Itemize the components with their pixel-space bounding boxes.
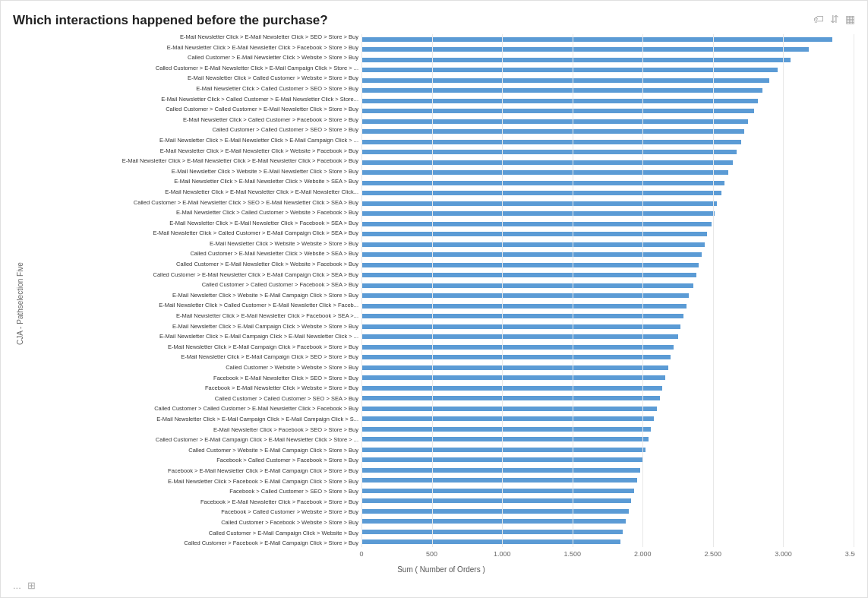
bar-row: [361, 34, 855, 45]
bar-label: Called Customer > Facebook > Website > S…: [27, 520, 358, 526]
grid-icon[interactable]: ⊞: [27, 580, 36, 591]
bar-row: [361, 116, 855, 127]
bar-row: [361, 394, 855, 404]
x-tick: 1.500: [563, 550, 581, 558]
bar-row: [361, 178, 855, 188]
bar-row: [361, 455, 855, 466]
bars-column: [361, 34, 855, 547]
bar-row: [361, 75, 855, 86]
ellipsis-icon[interactable]: ...: [13, 580, 21, 591]
bar-label: Facebook > Called Customer > SEO > Store…: [27, 489, 358, 495]
bar: [361, 222, 712, 226]
bar-row: [361, 445, 855, 455]
bar-label: Called Customer > E-Mail Newsletter Clic…: [27, 261, 358, 267]
chart-footer: ... ⊞: [13, 580, 855, 591]
bar: [361, 252, 702, 257]
bar-row: [361, 168, 855, 179]
bar: [361, 539, 620, 544]
bar: [361, 498, 631, 503]
bar: [361, 283, 693, 288]
bar-row: [361, 496, 855, 507]
bar: [361, 519, 626, 524]
bar: [361, 448, 645, 452]
bar-row: [361, 373, 855, 384]
bar-label: Facebook > E-Mail Newsletter Click > SEO…: [27, 375, 358, 381]
bar-label: Facebook > Called Customer > Facebook > …: [27, 457, 358, 464]
chart-body: CJA - Pathselection Five E-Mail Newslett…: [13, 34, 855, 574]
bar: [361, 314, 683, 318]
bar-row: [361, 271, 855, 281]
bar: [361, 170, 728, 175]
bar: [361, 37, 832, 42]
bar-label: E-Mail Newsletter Click > E-Mail Newslet…: [27, 220, 358, 226]
bar: [361, 273, 696, 277]
bar-label: E-Mail Newsletter Click > E-Mail Campaig…: [27, 344, 358, 350]
bar-label: E-Mail Newsletter Click > Called Custome…: [27, 117, 358, 123]
bar-label: E-Mail Newsletter Click > E-Mail Newslet…: [27, 148, 358, 154]
bar-row: [361, 106, 855, 117]
bar: [361, 263, 699, 267]
bar-row: [361, 506, 855, 517]
bar-label: Called Customer > E-Mail Newsletter Clic…: [27, 272, 358, 278]
bar-label: Called Customer > E-Mail Newsletter Clic…: [27, 65, 358, 71]
bar-label: E-Mail Newsletter Click > Facebook > E-M…: [27, 479, 358, 485]
bar-row: [361, 280, 855, 291]
sort-icon[interactable]: ⇵: [830, 13, 839, 25]
bar: [361, 396, 660, 400]
bar-row: [361, 414, 855, 425]
bar-label: Called Customer > Called Customer > Face…: [27, 282, 358, 288]
chart-header: Which interactions happened before the p…: [13, 13, 855, 28]
bar: [361, 386, 662, 391]
bar: [361, 68, 778, 72]
bar-label: E-Mail Newsletter Click > Called Custome…: [27, 210, 358, 216]
x-tick: 2.000: [634, 550, 652, 558]
bar: [361, 345, 674, 350]
bar: [361, 468, 640, 473]
bar-label: E-Mail Newsletter Click > E-Mail Campaig…: [27, 354, 358, 360]
bar-row: [361, 55, 855, 65]
x-tick: 0: [359, 550, 363, 558]
bar: [361, 242, 705, 247]
bar-row: [361, 147, 855, 158]
bar-label: Facebook > E-Mail Newsletter Click > Fac…: [27, 499, 358, 505]
bar: [361, 232, 707, 236]
bar: [361, 47, 809, 52]
bar-label: Called Customer > Facebook > E-Mail Camp…: [27, 540, 358, 546]
bar-label: Called Customer > Website > Website > St…: [27, 365, 358, 371]
bar-label: Called Customer > E-Mail Campaign Click …: [27, 530, 358, 536]
x-tick: 3.500: [845, 550, 855, 558]
bar-row: [361, 301, 855, 312]
bar-label: E-Mail Newsletter Click > E-Mail Newslet…: [27, 313, 358, 319]
bar-label: E-Mail Newsletter Click > E-Mail Newslet…: [27, 34, 358, 40]
bar-label: Facebook > E-Mail Newsletter Click > E-M…: [27, 468, 358, 474]
bar: [361, 293, 689, 298]
bar-row: [361, 239, 855, 250]
bar: [361, 427, 651, 432]
tag-icon[interactable]: 🏷: [813, 13, 824, 25]
bar-label: E-Mail Newsletter Click > E-Mail Newslet…: [27, 45, 358, 51]
bar-row: [361, 527, 855, 537]
bar: [361, 489, 634, 493]
bar: [361, 78, 769, 83]
bar-row: [361, 332, 855, 343]
bar-label: Called Customer > Called Customer > E-Ma…: [27, 406, 358, 412]
bar-row: [361, 383, 855, 394]
bar-label: E-Mail Newsletter Click > Facebook > SEO…: [27, 427, 358, 433]
header-icons: 🏷 ⇵ ▦: [813, 13, 855, 25]
bar-row: [361, 486, 855, 496]
bar: [361, 88, 762, 93]
bar-label: Called Customer > E-Mail Campaign Click …: [27, 437, 358, 443]
bar: [361, 140, 741, 144]
bar-row: [361, 209, 855, 220]
bar-label: Facebook > E-Mail Newsletter Click > Web…: [27, 385, 358, 391]
bar-label: Called Customer > E-Mail Newsletter Clic…: [27, 200, 358, 206]
chart-title: Which interactions happened before the p…: [13, 13, 328, 28]
x-tick: 1.000: [494, 550, 511, 558]
bar-row: [361, 342, 855, 353]
bar-label: E-Mail Newsletter Click > E-Mail Newslet…: [27, 179, 358, 185]
x-axis: 05001.0001.5002.0002.5003.0003.500 Sum (…: [27, 550, 855, 574]
expand-icon[interactable]: ▦: [845, 13, 855, 25]
bar-label: E-Mail Newsletter Click > Called Custome…: [27, 302, 358, 308]
bar-label: E-Mail Newsletter Click > E-Mail Campaig…: [27, 334, 358, 340]
bar: [361, 530, 623, 534]
